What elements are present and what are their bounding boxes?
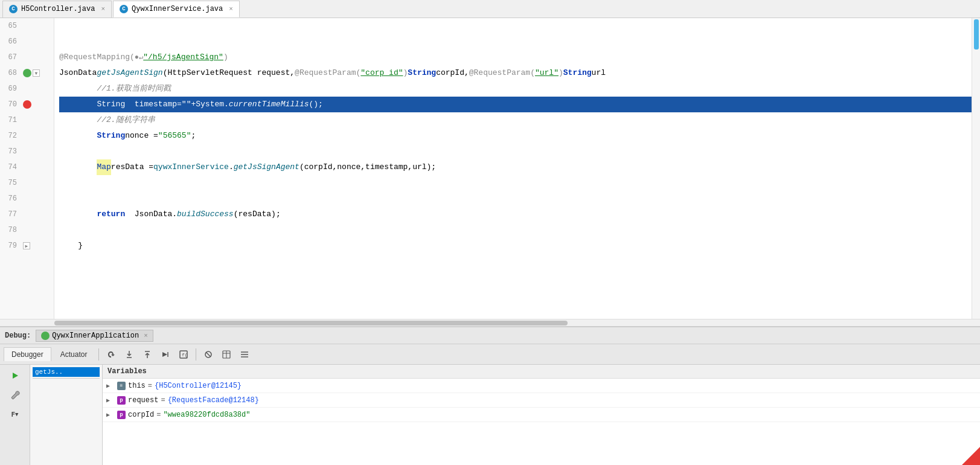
editor-scrollbar[interactable]	[0, 319, 980, 326]
line-num-68: 68	[0, 69, 22, 77]
comment-71: //2.随机字符串	[59, 112, 155, 128]
tab-h5controller[interactable]: C H5Controller.java ×	[2, 1, 112, 18]
svg-marker-9	[13, 373, 18, 379]
debug-app-close[interactable]: ×	[144, 332, 148, 339]
normal-72b: ;	[191, 128, 196, 144]
toolbar-sep-1	[98, 348, 99, 361]
normal-74d: (corpId,nonce,timestamp,url);	[299, 159, 436, 175]
gutter-icons-68: ▼	[22, 69, 54, 77]
debug-app-tab[interactable]: QywxInnerApplication ×	[36, 330, 153, 342]
step-out-btn[interactable]	[139, 347, 156, 362]
line-num-70: 70	[0, 100, 22, 109]
table-btn[interactable]	[218, 347, 235, 362]
code-text-70: String timestamp=""+System.currentTimeMi…	[59, 97, 323, 112]
normal-68a: (HttpServletRequest request,	[163, 65, 295, 81]
code-line-66	[59, 34, 980, 50]
code-line-74: Map resData = qywxInnerService.getJsSign…	[59, 159, 980, 175]
breakpoint-68[interactable]	[23, 69, 31, 77]
code-container: 65 66 67 68 ▼ 69	[0, 18, 980, 319]
debug-toolbar: Debugger Actuator f()	[0, 344, 980, 365]
var-row-request[interactable]: ▶ p request = {RequestFacade@12148}	[103, 393, 980, 408]
frame-item-getjs[interactable]: getJs..	[33, 367, 100, 377]
breakpoint-70[interactable]	[23, 100, 31, 109]
annot-68d: )	[559, 65, 563, 81]
line-num-66: 66	[0, 37, 22, 46]
fold-68[interactable]: ▼	[33, 69, 40, 77]
line-num-76: 76	[0, 194, 22, 203]
svg-text:f(): f()	[182, 352, 188, 358]
tab-close-qywxinnerservice[interactable]: ×	[229, 5, 233, 13]
expand-this[interactable]: ▶	[106, 382, 115, 390]
code-line-75	[59, 175, 980, 191]
svg-line-5	[206, 352, 211, 357]
debug-panel: Debug: QywxInnerApplication × Debugger A…	[0, 326, 980, 465]
var-value-corpid: "wwea98220fdcd8a38d"	[163, 411, 250, 419]
gutter: 65 66 67 68 ▼ 69	[0, 18, 54, 319]
debug-app-name: QywxInnerApplication	[52, 332, 139, 340]
normal-74a	[59, 159, 97, 175]
method-74: getJsSignAgent	[234, 159, 299, 175]
debugger-tab-btn[interactable]: Debugger	[4, 347, 51, 361]
str-68b: "url"	[535, 65, 559, 81]
frame-label: F	[11, 411, 15, 418]
line-num-71: 71	[0, 116, 22, 124]
resume-icon[interactable]	[7, 367, 24, 384]
tab-close-h5controller[interactable]: ×	[101, 5, 105, 13]
icon-67: ●↵	[135, 50, 143, 65]
settings-btn[interactable]	[236, 347, 253, 362]
tab-qywxinnerservice[interactable]: C QywxInnerService.java ×	[113, 1, 240, 18]
map-74: Map	[97, 159, 110, 175]
mute-btn[interactable]	[200, 347, 217, 362]
debug-label: Debug:	[5, 332, 31, 340]
var-row-corpid[interactable]: ▶ p corpId = "wwea98220fdcd8a38d"	[103, 408, 980, 422]
comment-69: //1.获取当前时间戳	[59, 81, 171, 97]
tab-icon-h5controller: C	[9, 5, 18, 13]
normal-77b: (resData);	[234, 207, 281, 222]
minimap-thumb	[974, 19, 979, 50]
normal-72a: nonce =	[125, 128, 158, 144]
gutter-row-65: 65	[0, 18, 54, 34]
gutter-row-70: 70	[0, 97, 54, 112]
step-over-btn[interactable]	[103, 347, 120, 362]
minimap[interactable]	[972, 18, 980, 319]
var-eq-this: =	[148, 382, 152, 390]
paren-67: )	[223, 50, 228, 65]
toolbar-sep-2	[196, 348, 196, 361]
code-line-69: //1.获取当前时间戳	[59, 81, 980, 97]
gutter-row-77: 77	[0, 207, 54, 222]
annot-68: @RequestParam(	[295, 65, 360, 81]
kw-77a: return	[59, 207, 125, 222]
gutter-row-72: 72	[0, 128, 54, 144]
expand-corpid[interactable]: ▶	[106, 411, 115, 418]
code-lines[interactable]: @RequestMapping(●↵"/h5/jsAgentSign") Jso…	[54, 18, 980, 319]
vars-header: Variables	[103, 365, 980, 379]
debug-frames: getJs..	[30, 365, 103, 465]
line-num-73: 73	[0, 147, 22, 156]
debug-body: F ▼ getJs.. Variables ▶ ≡ this = {H5Cont…	[0, 365, 980, 465]
fold-79[interactable]: ▶	[23, 242, 30, 249]
debug-app-icon	[41, 332, 50, 340]
code-line-79: }	[59, 238, 980, 254]
line-num-72: 72	[0, 132, 22, 140]
normal-74b: resData =	[111, 159, 153, 175]
gutter-row-66: 66	[0, 34, 54, 50]
code-line-76	[59, 191, 980, 207]
debug-left-panel: F ▼	[0, 365, 30, 465]
evaluate-btn[interactable]: f()	[175, 347, 192, 362]
step-into-btn[interactable]	[121, 347, 138, 362]
var-row-this[interactable]: ▶ ≡ this = {H5Controller@12145}	[103, 379, 980, 393]
scrollbar-thumb[interactable]	[54, 321, 568, 326]
dropdown-frame[interactable]: F ▼	[7, 406, 24, 423]
tab-bar: C H5Controller.java × C QywxInnerService…	[0, 0, 980, 18]
brace-79: }	[59, 238, 83, 254]
code-line-78	[59, 222, 980, 238]
debug-header: Debug: QywxInnerApplication ×	[0, 327, 980, 344]
wrench-icon[interactable]	[7, 386, 24, 403]
gutter-row-69: 69	[0, 81, 54, 97]
line-num-74: 74	[0, 163, 22, 172]
gutter-icons-70	[22, 100, 54, 109]
actuator-tab-btn[interactable]: Actuator	[53, 347, 95, 362]
run-cursor-btn[interactable]	[157, 347, 174, 362]
expand-request[interactable]: ▶	[106, 397, 115, 404]
var-value-request: {RequestFacade@12148}	[168, 396, 259, 405]
